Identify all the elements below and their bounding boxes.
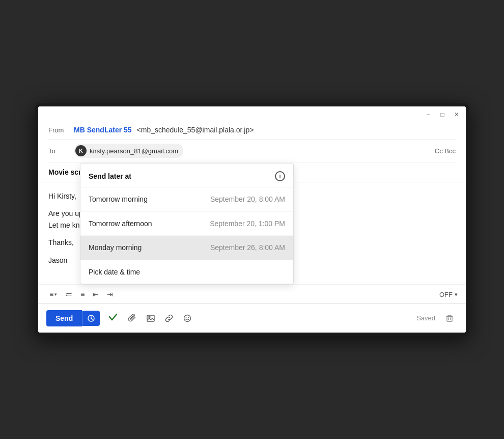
send-main-button[interactable]: Send [46, 310, 82, 326]
send-later-header: Send later at i [80, 163, 293, 187]
main-toolbar: Send [38, 303, 466, 333]
delete-button[interactable] [441, 311, 458, 325]
increase-indent-button[interactable]: ⇥ [104, 288, 116, 301]
emoji-button[interactable] [179, 311, 195, 325]
emoji-icon [183, 314, 191, 322]
schedule-name-1: Tomorrow afternoon [89, 218, 152, 229]
image-button[interactable] [143, 311, 159, 325]
off-chevron-icon[interactable]: ▾ [455, 291, 458, 298]
link-icon [165, 314, 173, 322]
svg-point-5 [184, 315, 191, 321]
avatar: K [75, 145, 87, 156]
clock-icon [88, 315, 95, 322]
to-row: To K kirsty.pearson_81@gmail.com Cc Bcc [48, 139, 456, 162]
schedule-option-tomorrow-morning[interactable]: Tomorrow morning September 20, 8:00 AM [80, 187, 293, 211]
svg-rect-3 [147, 315, 154, 321]
from-name: MB SendLater 55 [74, 126, 132, 134]
schedule-date-1: September 20, 1:00 PM [210, 218, 285, 229]
info-icon[interactable]: i [275, 171, 285, 181]
link-button[interactable] [161, 311, 177, 325]
svg-rect-8 [447, 316, 452, 321]
minimize-button[interactable]: − [424, 111, 432, 119]
checkmark-icon [108, 312, 118, 322]
ordered-list-button[interactable]: ≔ [62, 288, 75, 301]
send-clock-button[interactable] [82, 311, 100, 326]
send-later-dropdown: Send later at i Tomorrow morning Septemb… [80, 163, 294, 284]
align-button[interactable]: ≡ ▾ [46, 288, 60, 301]
unordered-list-button[interactable]: ≡ [77, 288, 88, 301]
schedule-name-0: Tomorrow morning [89, 194, 148, 205]
svg-point-6 [186, 317, 187, 318]
from-label: From [48, 126, 69, 134]
attachment-icon [128, 314, 136, 322]
close-button[interactable]: ✕ [453, 111, 461, 119]
cc-bcc-button[interactable]: Cc Bcc [435, 147, 456, 155]
send-later-title: Send later at [89, 171, 131, 182]
recipient-email: kirsty.pearson_81@gmail.com [90, 147, 178, 155]
email-body[interactable]: Hi Kirsty, Are you up to reading our new… [38, 182, 466, 284]
from-email: <mb_schedule_55@imail.plala.or.jp> [137, 126, 254, 134]
saved-label: Saved [416, 314, 435, 322]
check-button[interactable] [104, 308, 122, 328]
schedule-option-monday-morning[interactable]: Monday morning September 26, 8:00 AM [80, 236, 293, 260]
title-bar: − □ ✕ [38, 106, 466, 121]
image-icon [147, 314, 155, 322]
maximize-button[interactable]: □ [438, 111, 446, 119]
attachment-button[interactable] [124, 311, 141, 325]
trash-icon [445, 314, 454, 322]
svg-point-7 [188, 317, 189, 318]
pick-datetime-option[interactable]: Pick date & time [80, 260, 293, 284]
window-shadow: − □ ✕ From MB SendLater 55 <mb_schedule_… [35, 103, 469, 336]
from-row: From MB SendLater 55 <mb_schedule_55@ima… [48, 121, 456, 139]
recipient-chip[interactable]: K kirsty.pearson_81@gmail.com [74, 144, 183, 158]
svg-point-4 [149, 316, 150, 318]
svg-line-2 [91, 318, 93, 319]
send-button-group: Send [46, 310, 100, 326]
toolbar-right: Saved [416, 311, 458, 325]
formatting-toolbar: ≡ ▾ ≔ ≡ ⇤ ⇥ OFF ▾ [38, 284, 466, 303]
decrease-indent-button[interactable]: ⇤ [90, 288, 102, 301]
to-label: To [48, 147, 69, 155]
email-window: − □ ✕ From MB SendLater 55 <mb_schedule_… [38, 106, 466, 333]
off-toggle-area: OFF ▾ [439, 291, 458, 298]
schedule-name-2: Monday morning [89, 242, 142, 253]
schedule-option-tomorrow-afternoon[interactable]: Tomorrow afternoon September 20, 1:00 PM [80, 212, 293, 236]
schedule-date-0: September 20, 8:00 AM [210, 194, 285, 205]
schedule-date-2: September 26, 8:00 AM [210, 242, 285, 253]
off-label: OFF [439, 291, 453, 298]
